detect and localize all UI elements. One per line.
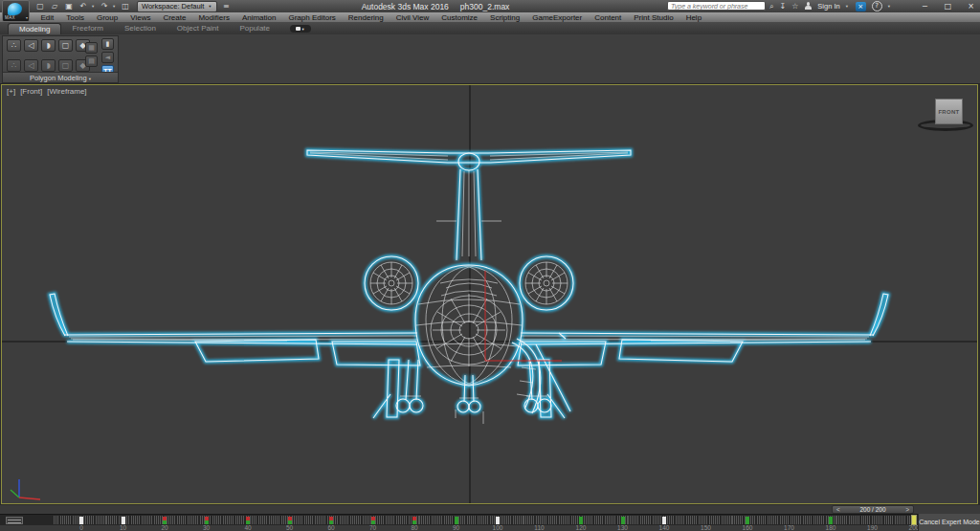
viewport-front[interactable]: [+] [Front] [Wireframe] xyxy=(1,84,978,504)
keyframe-marker[interactable] xyxy=(122,517,125,524)
sign-in-button[interactable]: Sign In xyxy=(817,2,839,11)
frame-number: 60 xyxy=(327,525,334,531)
cancel-expert-mode-button[interactable]: Cancel Expert Mode xyxy=(918,514,980,531)
menu-gameexporter[interactable]: GameExporter xyxy=(526,12,589,22)
menu-edit[interactable]: Edit xyxy=(34,12,60,22)
menu-customize[interactable]: Customize xyxy=(435,12,484,22)
a360-icon[interactable]: × xyxy=(856,2,866,11)
frame-number: 90 xyxy=(453,525,459,531)
redo-icon[interactable]: ↷ xyxy=(99,1,110,11)
viewport-menu-general[interactable]: [+] xyxy=(7,87,15,96)
preview-border-button[interactable]: ◗ xyxy=(41,59,56,72)
undo-icon[interactable]: ↶ xyxy=(78,1,89,11)
viewport-scene[interactable] xyxy=(2,85,977,503)
help-dropdown-icon[interactable]: ▾ xyxy=(888,4,892,9)
keyframe-marker[interactable] xyxy=(246,517,250,524)
workspace-dropdown-icon: ▾ xyxy=(209,2,212,11)
modifier-panel-button[interactable]: ▮ xyxy=(101,38,114,50)
panel-label-bar[interactable]: Polygon Modeling ▾ xyxy=(3,72,118,82)
ribbon-overflow-caret-icon: ▾ xyxy=(302,27,306,32)
redo-dropdown-icon[interactable]: ▾ xyxy=(113,4,117,9)
open-file-icon[interactable]: ▱ xyxy=(49,1,60,11)
menu-help[interactable]: Help xyxy=(679,12,707,22)
keyframe-marker[interactable] xyxy=(371,517,375,524)
user-icon[interactable] xyxy=(804,2,812,11)
keyframe-marker[interactable] xyxy=(163,517,167,524)
undo-dropdown-icon[interactable]: ▾ xyxy=(92,4,96,9)
polygon-mode-button[interactable]: ▢ xyxy=(58,39,73,52)
viewport-menu-shading[interactable]: [Wireframe] xyxy=(47,87,86,96)
preview-vertex-button[interactable]: ∴ xyxy=(7,59,21,72)
previous-modifier-button[interactable]: ◄ xyxy=(101,52,114,63)
download-apps-icon[interactable]: ↧ xyxy=(779,2,786,11)
keyframe-marker[interactable] xyxy=(621,517,625,524)
maximize-button[interactable]: □ xyxy=(945,0,952,12)
menu-rendering[interactable]: Rendering xyxy=(342,12,390,22)
keyframe-marker[interactable] xyxy=(829,517,833,524)
menu-civil-view[interactable]: Civil View xyxy=(390,12,435,22)
ribbon-tabs: ModelingFreeformSelectionObject PaintPop… xyxy=(0,23,980,34)
menu-group[interactable]: Group xyxy=(90,12,123,22)
vertex-mode-button[interactable]: ∴ xyxy=(7,39,21,52)
menu-views[interactable]: Views xyxy=(124,12,157,22)
ribbon-tab-modeling[interactable]: Modeling xyxy=(8,23,61,34)
minimize-button[interactable]: − xyxy=(922,0,928,12)
max-logo-button[interactable]: MAX ▾ xyxy=(2,0,30,22)
ribbon-tab-selection[interactable]: Selection xyxy=(114,23,167,34)
ribbon-tab-object-paint[interactable]: Object Paint xyxy=(167,23,230,34)
viewport-menu-pov[interactable]: [Front] xyxy=(20,87,42,96)
menu-animation[interactable]: Animation xyxy=(235,12,282,22)
keyframe-marker[interactable] xyxy=(662,517,666,524)
frame-counter: 200 / 200 xyxy=(859,506,885,513)
close-button[interactable]: × xyxy=(968,0,974,12)
frame-number: 180 xyxy=(826,525,836,531)
timeline-zone: < 200 / 200 > 01020304050607080901001101… xyxy=(0,505,980,531)
preview-edge-button[interactable]: ◁ xyxy=(24,59,38,72)
edge-mode-button[interactable]: ◁ xyxy=(24,39,38,52)
new-scene-icon[interactable]: ▢ xyxy=(34,1,46,11)
menu-scripting[interactable]: Scripting xyxy=(484,12,526,22)
titlebar-icons: ⌕ ↧ ☆ Sign In ▾ × ? ▾ xyxy=(769,0,892,12)
keyframe-marker[interactable] xyxy=(205,517,209,524)
ribbon-tab-populate[interactable]: Populate xyxy=(229,23,280,34)
border-mode-button[interactable]: ◗ xyxy=(41,39,56,52)
frame-number: 100 xyxy=(493,525,503,531)
menubar: EditToolsGroupViewsCreateModifiersAnimat… xyxy=(0,12,980,23)
menu-modifiers[interactable]: Modifiers xyxy=(192,12,235,22)
toolbar-overflow-icon[interactable]: ≡ xyxy=(220,1,232,11)
manage-scenes-icon[interactable]: ◫ xyxy=(120,1,131,11)
preview-polygon-button[interactable]: ▢ xyxy=(58,59,73,72)
search-icon[interactable]: ⌕ xyxy=(769,2,773,11)
sign-in-dropdown-icon[interactable]: ▾ xyxy=(846,4,850,9)
collapse-stack-button[interactable]: ▤ xyxy=(85,55,98,67)
ribbon-tab-freeform[interactable]: Freeform xyxy=(61,23,113,34)
keyframe-marker[interactable] xyxy=(496,517,500,524)
save-file-icon[interactable]: ▣ xyxy=(63,1,75,11)
frame-counter-spinner[interactable]: < 200 / 200 > xyxy=(832,505,914,514)
next-frame-button[interactable]: > xyxy=(905,506,909,513)
favorites-star-icon[interactable]: ☆ xyxy=(791,2,798,11)
help-icon[interactable]: ? xyxy=(872,1,882,11)
time-ruler-ticks xyxy=(54,516,916,524)
menu-create[interactable]: Create xyxy=(157,12,192,22)
frame-number: 160 xyxy=(743,525,753,531)
viewcube[interactable]: FRONT xyxy=(935,99,963,124)
workspace-selector[interactable]: Workspace: Default ▾ xyxy=(137,1,217,12)
max-logo-icon xyxy=(8,3,22,15)
keyframe-marker[interactable] xyxy=(412,517,416,524)
keyframe-marker[interactable] xyxy=(455,517,458,524)
ribbon-overflow-button[interactable]: ▾ xyxy=(290,25,311,33)
menu-print-studio[interactable]: Print Studio xyxy=(628,12,679,22)
keyframe-marker[interactable] xyxy=(579,517,583,524)
previous-frame-button[interactable]: < xyxy=(836,506,840,513)
menu-content[interactable]: Content xyxy=(589,12,628,22)
keyframe-marker[interactable] xyxy=(79,517,83,524)
pin-stack-button[interactable]: ▦ xyxy=(85,42,98,54)
menu-graph-editors[interactable]: Graph Editors xyxy=(282,12,342,22)
mini-curve-editor-icon[interactable] xyxy=(6,517,23,524)
menu-tools[interactable]: Tools xyxy=(60,12,91,22)
keyframe-marker[interactable] xyxy=(329,517,333,524)
keyframe-marker[interactable] xyxy=(746,517,749,524)
keyframe-marker[interactable] xyxy=(288,517,292,524)
search-input[interactable] xyxy=(667,1,766,11)
